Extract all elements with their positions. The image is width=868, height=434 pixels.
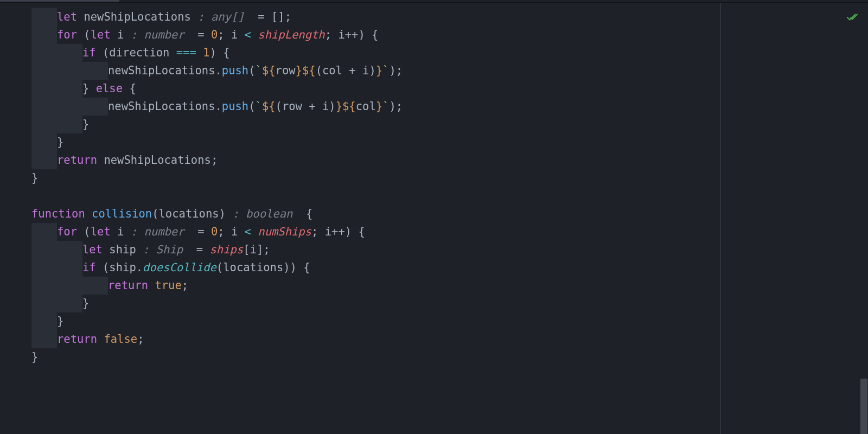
code-line[interactable]: function collision(locations) : boolean … bbox=[31, 205, 868, 223]
keyword-let: let bbox=[57, 10, 77, 23]
type-hint: : boolean bbox=[226, 207, 299, 220]
code-line[interactable]: return true; bbox=[31, 277, 868, 295]
keyword-if: if bbox=[82, 46, 96, 59]
code-line[interactable]: let newShipLocations : any[] = []; bbox=[31, 8, 868, 26]
code-line[interactable] bbox=[31, 187, 868, 205]
scrollbar-thumb[interactable] bbox=[860, 379, 867, 434]
code-line[interactable]: } bbox=[31, 348, 868, 366]
keyword-return: return bbox=[57, 333, 97, 346]
keyword-for: for bbox=[57, 225, 77, 238]
keyword-return: return bbox=[57, 154, 97, 167]
code-line[interactable]: if (direction === 1) { bbox=[31, 44, 868, 62]
code-area[interactable]: let newShipLocations : any[] = []; for (… bbox=[31, 3, 868, 434]
method-call: push bbox=[222, 100, 248, 113]
type-hint: : Ship bbox=[136, 243, 190, 256]
type-hint: : number bbox=[124, 28, 190, 41]
type-hint: : number bbox=[124, 225, 190, 238]
code-line[interactable]: } else { bbox=[31, 80, 868, 98]
method-call: push bbox=[222, 64, 248, 77]
check-all-icon[interactable] bbox=[846, 10, 858, 28]
code-line[interactable]: } bbox=[31, 295, 868, 312]
keyword-function: function bbox=[31, 207, 85, 220]
code-line[interactable]: } bbox=[31, 133, 868, 151]
code-line[interactable]: newShipLocations.push(`${(row + i)}${col… bbox=[31, 98, 868, 116]
keyword-if: if bbox=[82, 261, 96, 274]
code-line[interactable]: if (ship.doesCollide(locations)) { bbox=[31, 259, 868, 277]
keyword-for: for bbox=[57, 28, 77, 41]
type-hint: : any[] bbox=[191, 10, 251, 23]
gutter bbox=[0, 3, 31, 434]
code-line[interactable]: for (let i : number = 0; i < numShips; i… bbox=[31, 223, 868, 241]
identifier: newShipLocations bbox=[84, 10, 190, 23]
vertical-scrollbar[interactable] bbox=[860, 3, 867, 434]
code-line[interactable]: } bbox=[31, 169, 868, 187]
code-line[interactable]: let ship : Ship = ships[i]; bbox=[31, 241, 868, 259]
code-line[interactable]: return newShipLocations; bbox=[31, 151, 868, 169]
keyword-return: return bbox=[108, 279, 148, 292]
identifier: shipLength bbox=[251, 28, 325, 41]
code-line[interactable]: } bbox=[31, 312, 868, 330]
code-line[interactable]: for (let i : number = 0; i < shipLength;… bbox=[31, 26, 868, 44]
keyword-else: else bbox=[96, 82, 123, 95]
code-editor[interactable]: let newShipLocations : any[] = []; for (… bbox=[0, 3, 868, 434]
function-name: collision bbox=[92, 207, 152, 220]
code-line[interactable]: } bbox=[31, 116, 868, 133]
identifier: numShips bbox=[251, 225, 311, 238]
active-tab-indicator bbox=[0, 0, 119, 2]
method-call: doesCollide bbox=[143, 261, 216, 274]
code-line[interactable]: newShipLocations.push(`${row}${(col + i)… bbox=[31, 62, 868, 80]
identifier: ships bbox=[210, 243, 244, 256]
code-line[interactable]: return false; bbox=[31, 330, 868, 348]
